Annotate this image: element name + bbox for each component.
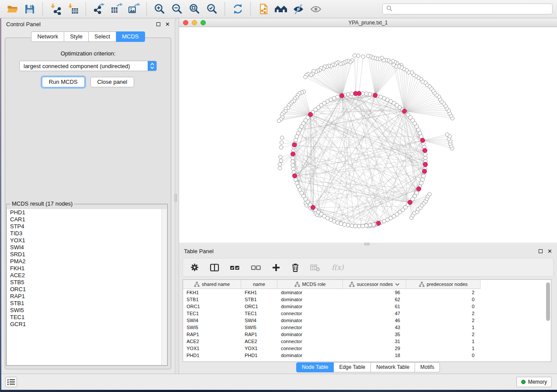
node-table: shared namenameMCDS rolesuccessor nodesp… [183, 279, 551, 362]
table-row[interactable]: TEC1TEC1connector472 [183, 310, 551, 317]
table-row[interactable]: PHD1PHD1dominator180 [183, 352, 551, 359]
result-list-scrollbar[interactable] [161, 209, 167, 365]
list-item[interactable]: PMA2 [7, 258, 167, 265]
list-item[interactable]: TID3 [7, 230, 167, 237]
tab-node-table[interactable]: Node Table [296, 362, 334, 372]
splitter-grip[interactable] [174, 194, 177, 202]
table-row[interactable]: SWI5SWI5connector431 [183, 324, 551, 331]
table-panel-title: Table Panel [184, 248, 214, 254]
refresh-layout-icon[interactable] [230, 1, 246, 17]
zoom-selected-icon[interactable] [204, 1, 220, 17]
mcds-result-list[interactable]: PHD1CAR1STP4TID3YOX1SWI4SRD1PMA2FKH1ACE2… [7, 209, 167, 365]
home-views-icon[interactable] [273, 1, 289, 17]
list-item[interactable]: ORC1 [7, 286, 167, 293]
network-graph[interactable] [179, 27, 557, 243]
scrollbar-thumb[interactable] [546, 282, 550, 321]
list-item[interactable]: RAP1 [7, 293, 167, 300]
import-table-icon[interactable] [65, 1, 81, 17]
close-panel-button[interactable]: Close panel [90, 77, 135, 87]
table-cell: 35 [343, 332, 406, 337]
column-header-predecessor-nodes[interactable]: predecessor nodes [406, 280, 481, 289]
list-item[interactable]: GCR1 [7, 321, 167, 328]
add-row-icon[interactable] [272, 263, 280, 272]
list-item[interactable]: YOX1 [7, 237, 167, 244]
float-panel-icon[interactable] [156, 22, 160, 26]
show-columns-icon[interactable] [210, 263, 219, 272]
show-panels-button[interactable] [5, 377, 17, 387]
maximize-window-icon[interactable] [201, 20, 206, 25]
close-window-icon[interactable] [183, 20, 188, 25]
column-header-shared-name[interactable]: shared name [183, 280, 241, 289]
search-field[interactable] [382, 3, 553, 14]
search-icon [386, 5, 392, 13]
table-cell: dominator [277, 290, 343, 295]
tab-style[interactable]: Style [64, 31, 89, 42]
column-header-name[interactable]: name [241, 280, 277, 289]
close-panel-icon[interactable]: ✕ [165, 21, 170, 27]
show-all-icon[interactable] [308, 1, 324, 17]
zoom-fit-icon[interactable] [187, 1, 202, 17]
search-input[interactable] [395, 6, 549, 12]
list-item[interactable]: ACE2 [7, 272, 167, 279]
open-session-icon[interactable] [4, 1, 20, 17]
unselect-all-icon[interactable] [251, 263, 261, 272]
select-all-icon[interactable] [230, 263, 240, 272]
table-scrollbar[interactable] [546, 281, 550, 361]
hide-selected-icon[interactable] [291, 1, 306, 17]
table-cell: STB1 [241, 297, 277, 302]
list-item[interactable]: CAR1 [7, 216, 167, 223]
toolbar-separator [86, 3, 86, 16]
close-panel-icon[interactable]: ✕ [547, 248, 552, 254]
optimization-select[interactable]: largest connected component (undirected) [19, 61, 157, 71]
table-cell: SWI4 [241, 318, 277, 323]
zoom-in-icon[interactable] [152, 1, 167, 17]
table-row[interactable]: FKH1FKH1dominator962 [183, 289, 551, 296]
table-cell: SWI5 [241, 325, 277, 330]
tab-motifs[interactable]: Motifs [415, 362, 440, 372]
minimize-window-icon[interactable] [192, 20, 197, 25]
tab-edge-table[interactable]: Edge Table [334, 362, 371, 372]
column-header-successor-nodes[interactable]: successor nodes [343, 280, 406, 289]
memory-button[interactable]: Memory [516, 377, 552, 387]
export-image-icon[interactable] [126, 1, 142, 17]
export-table-icon[interactable] [108, 1, 124, 17]
run-mcds-button[interactable]: Run MCDS [42, 77, 85, 87]
optimization-label: Optimization criterion: [5, 50, 171, 57]
delete-row-icon[interactable] [291, 263, 300, 272]
table-row[interactable]: ORC1ORC1dominator610 [183, 303, 551, 310]
list-item[interactable]: STB5 [7, 279, 167, 286]
tab-network[interactable]: Network [31, 31, 64, 42]
list-item[interactable]: FKH1 [7, 265, 167, 272]
list-item[interactable]: SRD1 [7, 251, 167, 258]
list-item[interactable]: STB1 [7, 300, 167, 307]
table-cell: ACE2 [183, 339, 241, 344]
tab-select[interactable]: Select [89, 31, 116, 42]
vertical-splitter[interactable] [175, 18, 179, 374]
list-item[interactable]: SWI4 [7, 244, 167, 251]
table-cell: dominator [277, 353, 343, 358]
list-item[interactable]: SWI5 [7, 307, 167, 314]
import-network-icon[interactable] [48, 1, 63, 17]
settings-icon[interactable] [190, 263, 199, 272]
column-header-MCDS-role[interactable]: MCDS role [277, 280, 343, 289]
float-panel-icon[interactable] [539, 249, 543, 253]
save-session-icon[interactable] [22, 1, 38, 17]
table-row[interactable]: STB1STB1dominator620 [183, 296, 551, 303]
zoom-out-icon[interactable] [169, 1, 185, 17]
tab-mcds[interactable]: MCDS [116, 31, 145, 42]
table-row[interactable]: RAP1RAP1dominator352 [183, 331, 551, 338]
table-row[interactable]: YOX1YOX1connector291 [183, 345, 551, 352]
network-canvas[interactable] [179, 27, 557, 243]
table-panel-titlebar: Table Panel ✕ [179, 245, 557, 257]
list-item[interactable]: STP4 [7, 223, 167, 230]
export-network-icon[interactable] [91, 1, 107, 17]
table-row[interactable]: ACE2ACE2connector311 [183, 338, 551, 345]
table-row[interactable]: SWI4SWI4dominator462 [183, 317, 551, 324]
list-item[interactable]: PHD1 [7, 209, 167, 216]
list-item[interactable]: TEC1 [7, 314, 167, 321]
table-tabbar: Node TableEdge TableNetwork TableMotifs [179, 362, 557, 372]
tab-network-table[interactable]: Network Table [371, 362, 415, 372]
control-panel: Control Panel ✕ NetworkStyleSelectMCDS O… [1, 18, 175, 374]
table-cell: dominator [277, 304, 343, 309]
share-document-icon[interactable] [256, 1, 271, 17]
